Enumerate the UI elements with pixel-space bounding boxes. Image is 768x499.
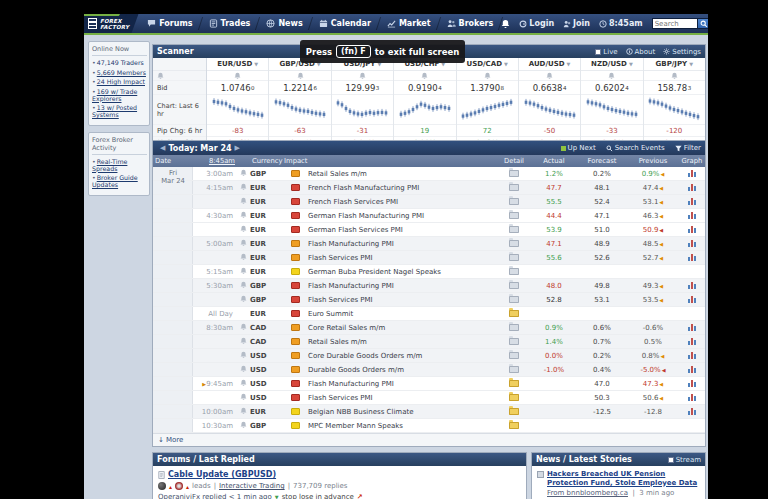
col-current-time-link[interactable]: 8:45am: [193, 157, 237, 165]
detail-folder-icon[interactable]: [509, 338, 519, 345]
detail-folder-icon[interactable]: [509, 366, 519, 373]
alert-bell-icon[interactable]: [240, 211, 247, 221]
detail-folder-icon[interactable]: [509, 352, 519, 359]
up-next-button[interactable]: Up Next: [561, 144, 596, 152]
detail-folder-icon[interactable]: [509, 310, 519, 317]
alert-bell-icon[interactable]: [207, 71, 268, 81]
filter-button[interactable]: Filter: [675, 144, 701, 152]
login-button[interactable]: Login: [519, 19, 554, 28]
calendar-event-row[interactable]: EURFlash Services PMI55.652.652.7◀: [153, 251, 705, 265]
impact-orange-icon[interactable]: [291, 338, 300, 345]
calendar-event-row[interactable]: CADRetail Sales m/m1.4%0.7%0.5%: [153, 335, 705, 349]
calendar-event-row[interactable]: USDCore Durable Goods Orders m/m0.0%0.2%…: [153, 349, 705, 363]
alert-bell-icon[interactable]: [240, 295, 247, 305]
sparkline-chart[interactable]: [519, 95, 580, 125]
impact-orange-icon[interactable]: [291, 254, 300, 261]
graph-icon[interactable]: [688, 254, 696, 261]
calendar-event-row[interactable]: 5:30amGBPFlash Manufacturing PMI48.049.8…: [153, 279, 705, 293]
sidebar-item[interactable]: •13 w/ Posted Systems: [92, 104, 147, 118]
calendar-prev-day-arrow[interactable]: ◀: [157, 144, 168, 152]
detail-folder-icon[interactable]: [509, 394, 519, 401]
sparkline-chart[interactable]: [207, 95, 268, 125]
alert-bell-icon[interactable]: [644, 71, 705, 81]
alert-bell-icon[interactable]: [240, 197, 247, 207]
alert-bell-icon[interactable]: [457, 71, 518, 81]
alert-bell-icon[interactable]: [240, 323, 247, 333]
sidebar-item[interactable]: •Real-Time Spreads: [92, 158, 147, 172]
nav-tab-news[interactable]: News: [258, 14, 310, 33]
graph-icon[interactable]: [688, 296, 696, 303]
calendar-event-row[interactable]: USDDurable Goods Orders m/m-1.0%0.4%-5.0…: [153, 363, 705, 377]
graph-icon[interactable]: [688, 282, 696, 289]
stream-toggle[interactable]: Stream: [668, 456, 701, 464]
sparkline-chart[interactable]: [581, 95, 642, 125]
impact-red-icon[interactable]: [291, 310, 300, 317]
notifications-bell-icon[interactable]: [501, 19, 510, 29]
alert-bell-icon[interactable]: [240, 407, 247, 417]
pair-name[interactable]: NZD/USD▼: [581, 58, 642, 71]
calendar-event-row[interactable]: USDFlash Services PMI50.350.6◀: [153, 391, 705, 405]
detail-folder-icon[interactable]: [509, 170, 519, 177]
calendar-event-row[interactable]: 5:15amEURGerman Buba President Nagel Spe…: [153, 265, 705, 279]
detail-folder-icon[interactable]: [509, 408, 519, 415]
detail-folder-icon[interactable]: [509, 198, 519, 205]
detail-folder-icon[interactable]: [509, 268, 519, 275]
join-button[interactable]: Join: [563, 19, 590, 28]
calendar-event-row[interactable]: 10:30amGBPMPC Member Mann Speaks: [153, 419, 705, 433]
detail-folder-icon[interactable]: [509, 226, 519, 233]
calendar-event-row[interactable]: ▶9:45amUSDFlash Manufacturing PMI47.047.…: [153, 377, 705, 391]
calendar-title[interactable]: Today: Mar 24: [168, 144, 231, 153]
calendar-event-row[interactable]: GBPFlash Services PMI52.853.153.5◀: [153, 293, 705, 307]
sidebar-item[interactable]: •Broker Guide Updates: [92, 174, 147, 188]
sidebar-item[interactable]: •24 High Impact: [92, 78, 147, 85]
nav-tab-brokers[interactable]: Brokers: [439, 14, 502, 33]
graph-icon[interactable]: [688, 212, 696, 219]
calendar-event-row[interactable]: 10:00amEURBelgian NBB Business Climate-1…: [153, 405, 705, 419]
impact-orange-icon[interactable]: [291, 240, 300, 247]
thread-title-link[interactable]: Cable Update (GBPUSD): [168, 470, 276, 479]
impact-red-icon[interactable]: [291, 212, 300, 219]
impact-yellow-icon[interactable]: [291, 408, 300, 415]
sidebar-item[interactable]: •5,669 Members: [92, 69, 147, 76]
alert-bell-icon[interactable]: [269, 71, 330, 81]
alert-bell-icon[interactable]: [240, 365, 247, 375]
alert-bell-icon[interactable]: [240, 337, 247, 347]
impact-red-icon[interactable]: [291, 282, 300, 289]
calendar-event-row[interactable]: EURGerman Flash Services PMI53.951.050.9…: [153, 223, 705, 237]
alert-bell-icon[interactable]: [332, 71, 393, 81]
graph-icon[interactable]: [688, 170, 696, 177]
stream-checkbox[interactable]: [668, 457, 674, 463]
alert-bell-icon[interactable]: [581, 71, 642, 81]
last-reply-link[interactable]: OperaniviFx replied < 1 min ago: [158, 493, 272, 499]
calendar-event-row[interactable]: 4:30amEURGerman Flash Manufacturing PMI4…: [153, 209, 705, 223]
alert-bell-icon[interactable]: [240, 183, 247, 193]
avatar[interactable]: [158, 482, 166, 490]
calendar-event-row[interactable]: 4:15amEURFrench Flash Manufacturing PMI4…: [153, 181, 705, 195]
detail-folder-icon[interactable]: [509, 240, 519, 247]
graph-icon[interactable]: [688, 324, 696, 331]
sparkline-chart[interactable]: [457, 95, 518, 125]
forex-factory-logo[interactable]: FOREX FACTORY: [84, 14, 129, 33]
scanner-settings-button[interactable]: Settings: [663, 48, 701, 56]
section-link[interactable]: Interactive Trading: [219, 482, 285, 490]
impact-red-icon[interactable]: [291, 184, 300, 191]
alert-bell-icon[interactable]: [240, 239, 247, 249]
sparkline-chart[interactable]: [394, 95, 455, 125]
graph-icon[interactable]: [688, 380, 696, 387]
calendar-next-day-arrow[interactable]: ▶: [232, 144, 243, 152]
alert-bell-icon[interactable]: [240, 169, 247, 179]
alert-bell-icon[interactable]: [240, 393, 247, 403]
detail-folder-icon[interactable]: [509, 296, 519, 303]
graph-icon[interactable]: [688, 366, 696, 373]
impact-orange-icon[interactable]: [291, 170, 300, 177]
sidebar-item[interactable]: •169 w/ Trade Explorers: [92, 88, 147, 102]
news-source-link[interactable]: From bnnbloomberg.ca: [547, 489, 628, 497]
nav-tab-calendar[interactable]: Calendar: [311, 14, 379, 33]
calendar-event-row[interactable]: 3:00amGBPRetail Sales m/m1.2%0.2%0.9%◀: [153, 167, 705, 181]
detail-folder-icon[interactable]: [509, 282, 519, 289]
graph-icon[interactable]: [688, 226, 696, 233]
nav-tab-market[interactable]: Market: [379, 14, 439, 33]
sparkline-chart[interactable]: [269, 95, 330, 125]
scanner-live-toggle[interactable]: Live: [595, 48, 617, 56]
alert-bell-icon[interactable]: [240, 225, 247, 235]
